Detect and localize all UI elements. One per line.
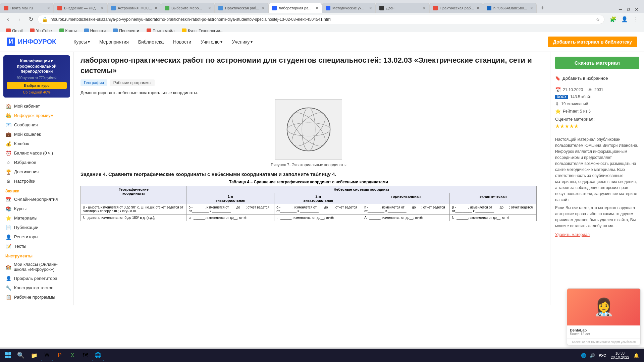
rating-icon: ⭐ <box>555 109 561 114</box>
sidebar-item[interactable]: 📝Тесты <box>0 242 73 251</box>
taskbar-notifications[interactable]: 🔔 <box>633 353 640 358</box>
meta-file: DOCX 143.5 кбайт <box>555 95 639 99</box>
browser-tab[interactable]: Практическая раб...× <box>429 3 483 13</box>
bookmark-icon: 🔖 <box>555 76 560 81</box>
search-taskbar[interactable]: 🔍 <box>15 349 27 361</box>
star-icon[interactable]: ☆ <box>596 17 600 22</box>
table-header-col3: горизонтальная <box>362 193 450 204</box>
sidebar-item[interactable]: ⚙Настройки <box>0 177 73 186</box>
logo-text: ИНФОУРОК <box>18 38 56 46</box>
close-button[interactable]: ✕ <box>633 6 640 13</box>
sidebar-item[interactable]: 🏫Мои классы (Онлайн-школа «Инфоурок») <box>0 260 73 274</box>
browser-tab[interactable]: Астрономия_ФОС...× <box>107 3 161 13</box>
sidebar-item[interactable]: 🏆Достижения <box>0 167 73 177</box>
minimize-button[interactable]: ─ <box>617 6 624 13</box>
back-button[interactable]: ‹ <box>3 15 13 24</box>
ad-brand: DentaLab <box>570 328 638 332</box>
taskbar-date-value: 20.10.2022 <box>611 355 629 359</box>
menu-button[interactable]: ⋮ <box>631 15 641 24</box>
article-tags: География Рабочие программы <box>80 79 537 86</box>
browser-tab[interactable]: Дзен× <box>376 3 429 13</box>
taskbar-network-icon[interactable]: 🌐 <box>580 353 587 358</box>
table-header-col1: 1-яэкваториальная <box>186 193 274 204</box>
start-button[interactable] <box>1 349 15 361</box>
nav-menu-item[interactable]: Новости <box>169 37 195 47</box>
taskbar-word[interactable]: W <box>41 349 53 361</box>
profile-button[interactable]: 👤 <box>620 15 629 24</box>
sidebar-item[interactable]: 👤Профиль репетитора <box>0 274 73 283</box>
table-cell: t - ______; изменяется от до__; отчёт <box>274 214 362 221</box>
taskbar-file-explorer[interactable]: 📁 <box>28 349 40 361</box>
table-cell: δ - ______, изменяется от ___ до___; отч… <box>186 204 274 214</box>
sidebar-item[interactable]: 💼Мой кошелёк <box>0 130 73 139</box>
taskbar-volume-icon[interactable]: 🔊 <box>589 353 596 358</box>
choose-course-button[interactable]: Выбрать курс <box>7 82 67 89</box>
taskbar-excel[interactable]: X <box>66 349 78 361</box>
sidebar-item[interactable]: 💰Кэшбэк <box>0 139 73 148</box>
rating-stars[interactable]: ★★★★★ <box>555 123 639 129</box>
ad-popup: ✕ 👩‍⚕️ DentaLab Более 12 лет Более 12 ле… <box>567 288 641 345</box>
sidebar-item[interactable]: ⏰Баланс часов (0 ч.) <box>0 148 73 158</box>
site-logo[interactable]: И ИНФОУРОК <box>7 38 56 46</box>
browser-tab[interactable]: Выберите Меро...× <box>161 3 215 13</box>
delete-material-link[interactable]: Удалить материал <box>555 232 639 237</box>
reload-button[interactable]: ↻ <box>26 15 36 24</box>
taskbar-chrome[interactable]: 🌐 <box>92 349 104 361</box>
eye-icon: 👁 <box>588 87 592 93</box>
nav-right-section: Добавить материал в библиотеку <box>548 37 637 47</box>
taskbar-clock[interactable]: 10:33 20.10.2022 <box>609 351 631 359</box>
sidebar-item[interactable]: ☆Избранное <box>0 158 73 167</box>
tab-add-button[interactable]: + <box>538 3 547 13</box>
browser-tab[interactable]: h_f8b664f3adc5b0...× <box>483 3 537 13</box>
right-panel: Скачать материал 🔖 Добавить в избранное … <box>550 52 644 305</box>
sidebar-item[interactable]: 👤Репетиторы <box>0 232 73 242</box>
tag-programs[interactable]: Рабочие программы <box>110 79 155 86</box>
nav-menu-item[interactable]: Мероприятия <box>95 37 133 47</box>
nav-menu-item[interactable]: Учителю ▾ <box>197 37 226 47</box>
tag-geography[interactable]: География <box>80 79 107 86</box>
sidebar-item[interactable]: 📋Рабочие программы <box>0 293 73 302</box>
main-content: лабораторно-практических работ по астрон… <box>74 52 543 305</box>
browser-tab[interactable]: Лабораторная ра...× <box>268 3 322 13</box>
table-cell: α - ______; изменяется от до__; отчёт <box>186 214 274 221</box>
site-nav-menu: Курсы ▾МероприятияБиблиотекаНовостиУчите… <box>69 37 257 47</box>
meta-rating: ⭐ Рейтинг: 5 из 5 <box>555 109 639 114</box>
sidebar: Квалификации и профессиональной переподг… <box>0 52 74 305</box>
globe-figure <box>275 99 342 160</box>
sidebar-item[interactable]: 📚Курсы <box>0 204 73 214</box>
browser-tab[interactable]: Почта Mail.ru× <box>0 3 54 13</box>
nav-menu-item[interactable]: Ученику ▾ <box>228 37 257 47</box>
taskbar-apps: 📁 W P X 🗺 🌐 <box>28 349 104 361</box>
sidebar-item[interactable]: 📧Сообщения <box>0 120 73 130</box>
table-cell: β - ______, изменяется от ___ до___; отч… <box>450 204 537 214</box>
ad-footer: Более 12 лет мы помогаем людям улыбаться <box>567 339 640 345</box>
address-bar[interactable]: 🔒 infourok.ru/metodicheskie-ukazaniya-po… <box>38 15 604 24</box>
taskbar-powerpoint[interactable]: P <box>54 349 66 361</box>
nav-menu-item[interactable]: Курсы ▾ <box>69 37 94 47</box>
add-material-button[interactable]: Добавить материал в библиотеку <box>548 37 637 47</box>
description-text-2: Если Вы считаете, что материал нарушает … <box>555 205 639 229</box>
forward-button[interactable]: › <box>15 15 24 24</box>
download-icon: ⬇ <box>555 101 559 107</box>
coordinates-table: Таблица 4 – Сравнение географических коо… <box>80 180 537 221</box>
browser-tab[interactable]: Внедрение — Янд...× <box>54 3 107 13</box>
table-cell: λ - долгота, изменяется от 0 до 180° в д… <box>81 214 186 221</box>
browser-tab[interactable]: Практическая раб...× <box>215 3 268 13</box>
taskbar-maps[interactable]: 🗺 <box>79 349 91 361</box>
taskbar-lang[interactable]: РУС <box>597 353 607 357</box>
nav-menu-item[interactable]: Библиотека <box>134 37 168 47</box>
download-button[interactable]: Скачать материал <box>555 57 639 69</box>
browser-tab[interactable]: Методические ук...× <box>322 3 376 13</box>
site-navigation: И ИНФОУРОК Курсы ▾МероприятияБиблиотекаН… <box>0 32 644 52</box>
extensions-button[interactable]: 🧩 <box>608 15 618 24</box>
restore-button[interactable]: ⧉ <box>625 6 632 13</box>
add-favorite-button[interactable]: 🔖 Добавить в избранное <box>555 74 639 83</box>
sidebar-item[interactable]: 🔧Конструктор тестов <box>0 283 73 293</box>
taskbar-right: 🌐 🔊 РУС 10:33 20.10.2022 🔔 <box>580 351 643 359</box>
sidebar-item[interactable]: ⭐Материалы <box>0 214 73 223</box>
sidebar-item[interactable]: 👑Инфоурок премиум <box>0 111 73 120</box>
sidebar-item[interactable]: 📅Онлайн-мероприятия <box>0 195 73 204</box>
sidebar-item[interactable]: 📄Публикации <box>0 223 73 232</box>
table-header-geo: Географическиекоординаты <box>81 186 186 204</box>
sidebar-item[interactable]: 🏠Мой кабинет <box>0 102 73 111</box>
